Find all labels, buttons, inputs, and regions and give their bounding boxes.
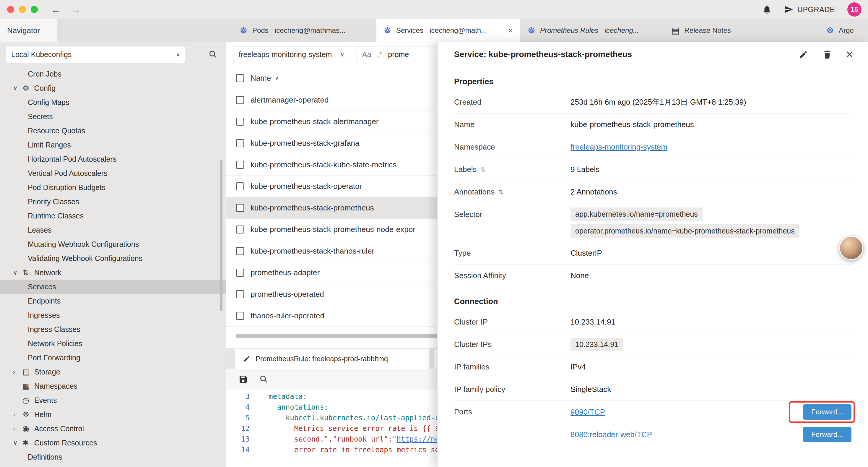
sidebar-item[interactable]: › ◉ Access Control bbox=[0, 421, 226, 436]
upgrade-label: UPGRADE bbox=[797, 5, 835, 14]
row-checkbox[interactable] bbox=[236, 204, 244, 212]
minimize-window-button[interactable] bbox=[19, 6, 26, 13]
line-number: 5 bbox=[226, 413, 250, 423]
regex-toggle[interactable]: .* bbox=[377, 50, 382, 59]
titlebar: ← → UPGRADE 15 bbox=[0, 0, 868, 19]
editor-tab[interactable]: ☸ Pods - icecheng@mathmas... bbox=[232, 19, 376, 42]
port-link-9090[interactable]: 9090/TCP bbox=[570, 408, 605, 417]
tab-icon: ☸ bbox=[240, 26, 248, 35]
row-checkbox[interactable] bbox=[236, 226, 244, 233]
yaml-string: Metrics service error rate is {{ $va bbox=[269, 423, 448, 434]
chevron-icon[interactable]: › bbox=[13, 368, 23, 375]
sidebar-item[interactable]: Config Maps bbox=[0, 95, 226, 109]
sidebar-item[interactable]: Validating Webhook Configurations bbox=[0, 251, 226, 265]
forward-button[interactable]: Forward... bbox=[803, 427, 851, 442]
sort-asc-icon[interactable]: ∧ bbox=[275, 75, 279, 82]
sidebar-item[interactable]: Resource Quotas bbox=[0, 123, 226, 138]
chevron-icon[interactable]: ∨ bbox=[13, 85, 23, 92]
sidebar-item[interactable]: Runtime Classes bbox=[0, 209, 226, 223]
sidebar-item[interactable]: › ▤ Storage bbox=[0, 365, 226, 379]
editor-tab[interactable]: ☸ Services - icecheng@math... × bbox=[376, 19, 520, 42]
namespace-link[interactable]: freeleaps-monitoring-system bbox=[570, 143, 668, 152]
notification-badge[interactable]: 15 bbox=[847, 2, 862, 17]
row-checkbox[interactable] bbox=[236, 312, 244, 320]
sidebar-item[interactable]: ∨ ⚙ Config bbox=[0, 81, 226, 95]
forward-button[interactable]: Forward... bbox=[803, 404, 851, 420]
sidebar-item[interactable]: ∨ ⇅ Network bbox=[0, 265, 226, 280]
save-icon[interactable] bbox=[239, 375, 248, 384]
row-checkbox[interactable] bbox=[236, 96, 244, 104]
tab-close-icon[interactable]: × bbox=[507, 25, 513, 35]
editor-tab[interactable]: ☸ Argo S bbox=[819, 19, 868, 42]
port-link-8080[interactable]: 8080:reloader-web/TCP bbox=[570, 430, 652, 439]
maximize-window-button[interactable] bbox=[31, 6, 38, 13]
chevron-icon[interactable]: › bbox=[13, 411, 23, 418]
dock-tab-label: PrometheusRule: freeleaps-prod-rabbitmq bbox=[255, 355, 388, 363]
tab-label: Prometheus Rules - icecheng... bbox=[540, 26, 652, 35]
expand-labels-icon[interactable]: ⇅ bbox=[480, 166, 486, 173]
select-all-checkbox[interactable] bbox=[236, 74, 244, 82]
drawer-title: Service: kube-prometheus-stack-prometheu… bbox=[454, 50, 632, 59]
sidebar-search-icon[interactable] bbox=[208, 50, 218, 59]
sidebar-item[interactable]: Endpoints bbox=[0, 294, 226, 308]
close-icon[interactable]: × bbox=[846, 48, 853, 61]
editor-search-icon[interactable] bbox=[259, 375, 269, 384]
edit-icon[interactable] bbox=[799, 49, 809, 59]
sidebar-item[interactable]: Priority Classes bbox=[0, 195, 226, 209]
drawer-header: Service: kube-prometheus-stack-prometheu… bbox=[438, 42, 868, 67]
yaml-url[interactable]: https://net bbox=[397, 434, 443, 444]
sidebar-item[interactable]: ∨ ✱ Custom Resources bbox=[0, 436, 226, 450]
match-case-toggle[interactable]: Aa bbox=[362, 50, 371, 59]
row-checkbox[interactable] bbox=[236, 182, 244, 191]
dock-tab-active[interactable]: PrometheusRule: freeleaps-prod-rabbitmq bbox=[235, 349, 429, 369]
sidebar-item[interactable]: ▦ Namespaces bbox=[0, 379, 226, 393]
service-name: kube-prometheus-stack-operator bbox=[251, 182, 362, 191]
chevron-icon[interactable]: › bbox=[13, 425, 23, 432]
name-column-header[interactable]: Name bbox=[251, 74, 271, 83]
sidebar-scrollbar[interactable] bbox=[220, 160, 222, 311]
trash-icon[interactable] bbox=[822, 49, 832, 59]
service-name: kube-prometheus-stack-prometheus-node-ex… bbox=[251, 225, 415, 234]
chevron-icon[interactable]: ∨ bbox=[13, 439, 23, 446]
sidebar-item[interactable]: › ☸ Helm bbox=[0, 407, 226, 421]
sidebar-item[interactable]: Secrets bbox=[0, 109, 226, 123]
avatar[interactable] bbox=[839, 236, 863, 260]
sidebar-item-label: Storage bbox=[34, 368, 60, 376]
sidebar-item[interactable]: Cron Jobs bbox=[0, 67, 226, 81]
editor-tab[interactable]: ▤ Release Notes bbox=[664, 19, 819, 42]
sidebar-item[interactable]: Leases bbox=[0, 223, 226, 237]
sidebar-item[interactable]: Ingresses bbox=[0, 308, 226, 322]
row-checkbox[interactable] bbox=[236, 247, 244, 255]
chevron-icon[interactable]: ∨ bbox=[13, 269, 23, 276]
upgrade-button[interactable]: UPGRADE bbox=[784, 5, 835, 14]
row-checkbox[interactable] bbox=[236, 139, 244, 147]
sidebar-item[interactable]: Pod Disruption Budgets bbox=[0, 180, 226, 195]
sidebar-item[interactable]: Services bbox=[0, 280, 226, 294]
row-checkbox[interactable] bbox=[236, 161, 244, 169]
sidebar-item[interactable]: Port Forwarding bbox=[0, 351, 226, 365]
sidebar-item[interactable]: Vertical Pod Autoscalers bbox=[0, 166, 226, 180]
expand-annotations-icon[interactable]: ⇅ bbox=[498, 188, 503, 196]
sidebar-item[interactable]: Ingress Classes bbox=[0, 322, 226, 337]
row-checkbox[interactable] bbox=[236, 269, 244, 276]
back-icon[interactable]: ← bbox=[51, 4, 61, 14]
horizontal-scrollbar[interactable] bbox=[236, 334, 439, 338]
kubeconfig-select[interactable]: Local Kubeconfigs ∨ bbox=[6, 46, 186, 63]
close-window-button[interactable] bbox=[7, 6, 14, 13]
sidebar-item[interactable]: Mutating Webhook Configurations bbox=[0, 237, 226, 251]
category-icon: ▤ bbox=[23, 368, 34, 377]
sidebar-item[interactable]: Network Policies bbox=[0, 337, 226, 351]
editor-tab[interactable]: ☸ Prometheus Rules - icecheng... bbox=[520, 19, 664, 42]
bell-icon[interactable] bbox=[762, 4, 772, 14]
sidebar-item[interactable]: Definitions bbox=[0, 450, 226, 464]
row-checkbox[interactable] bbox=[236, 118, 244, 126]
namespace-select[interactable]: freeleaps-monitoring-system ∨ bbox=[233, 46, 350, 63]
sidebar-item[interactable]: Horizontal Pod Autoscalers bbox=[0, 152, 226, 166]
forward-icon[interactable]: → bbox=[71, 4, 81, 14]
tab-label: Services - icecheng@math... bbox=[396, 26, 503, 35]
yaml-key: metadata: bbox=[269, 391, 307, 402]
row-checkbox[interactable] bbox=[236, 290, 244, 298]
sidebar-item[interactable]: ◷ Events bbox=[0, 393, 226, 407]
category-icon: ▦ bbox=[23, 382, 34, 391]
sidebar-item[interactable]: Limit Ranges bbox=[0, 138, 226, 152]
